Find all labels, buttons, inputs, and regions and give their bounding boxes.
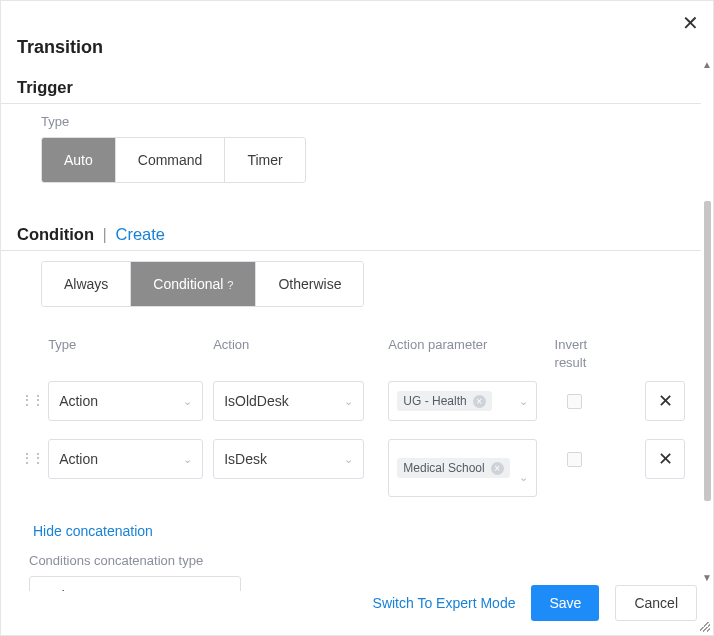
condition-heading: Condition | Create [1,223,701,251]
question-icon[interactable]: ? [227,279,233,291]
row-type-select[interactable]: Action ⌄ [48,381,203,421]
delete-row-button[interactable]: ✕ [645,439,685,479]
switch-expert-mode-link[interactable]: Switch To Expert Mode [373,595,516,611]
trigger-heading: Trigger [1,76,701,104]
row-type-value: Action [59,451,98,467]
scroll-up-arrow[interactable]: ▲ [702,59,712,70]
concatenation-type-select[interactable]: And ⌄ [29,576,241,591]
chevron-down-icon: ⌄ [344,453,353,466]
row-action-value: IsDesk [224,451,267,467]
chevron-down-icon: ⌄ [221,590,230,592]
param-tag: Medical School × [397,458,509,478]
condition-create-link[interactable]: Create [115,225,165,243]
param-tag-label: Medical School [403,461,484,475]
col-invert-label: Invert result [555,337,588,370]
trigger-option-timer[interactable]: Timer [224,138,304,182]
concatenation-type-label: Conditions concatenation type [17,553,685,568]
tag-remove-icon[interactable]: × [473,395,486,408]
invert-checkbox[interactable] [567,394,582,409]
col-param-label: Action parameter [388,337,487,352]
chevron-down-icon: ⌄ [519,395,528,408]
trigger-section: Type Auto Command Timer [1,114,701,197]
row-action-value: IsOldDesk [224,393,289,409]
drag-handle-icon[interactable]: ⋮⋮ [21,439,48,465]
trigger-option-command[interactable]: Command [115,138,225,182]
chevron-down-icon: ⌄ [519,471,528,484]
save-button[interactable]: Save [531,585,599,621]
hide-concatenation-link[interactable]: Hide concatenation [33,523,153,539]
row-param-select[interactable]: Medical School × ⌄ [388,439,536,497]
invert-checkbox[interactable] [567,452,582,467]
condition-row: ⋮⋮ Action ⌄ IsOldDesk ⌄ [21,381,685,421]
row-action-select[interactable]: IsOldDesk ⌄ [213,381,364,421]
concatenation-value: And [40,588,65,591]
row-param-select[interactable]: UG - Health × ⌄ [388,381,536,421]
resize-handle-icon[interactable] [697,619,711,633]
tab-otherwise[interactable]: Otherwise [255,262,363,306]
col-action-label: Action [213,337,249,352]
row-type-value: Action [59,393,98,409]
scroll-down-arrow[interactable]: ▼ [702,572,712,583]
condition-table-head: Type Action Action parameter Invert resu… [21,335,685,381]
chevron-down-icon: ⌄ [344,395,353,408]
drag-handle-icon[interactable]: ⋮⋮ [21,381,48,407]
tag-remove-icon[interactable]: × [491,462,504,475]
chevron-down-icon: ⌄ [183,395,192,408]
row-type-select[interactable]: Action ⌄ [48,439,203,479]
trigger-type-group: Auto Command Timer [41,137,306,183]
tab-conditional[interactable]: Conditional ? [130,262,255,306]
row-action-select[interactable]: IsDesk ⌄ [213,439,364,479]
col-type-label: Type [48,337,76,352]
param-tag: UG - Health × [397,391,491,411]
condition-table: Type Action Action parameter Invert resu… [21,335,685,497]
chevron-down-icon: ⌄ [183,453,192,466]
delete-icon: ✕ [658,390,673,412]
delete-row-button[interactable]: ✕ [645,381,685,421]
dialog-title: Transition [1,1,701,76]
scrollbar-thumb[interactable] [704,201,711,501]
condition-tabs: Always Conditional ? Otherwise [41,261,364,307]
trigger-type-label: Type [41,114,685,129]
tab-conditional-label: Conditional [153,276,223,292]
dialog-footer: Switch To Expert Mode Save Cancel [373,585,697,621]
cancel-button[interactable]: Cancel [615,585,697,621]
transition-dialog: ✕ Transition Trigger Type Auto Command T… [0,0,714,636]
condition-heading-label: Condition [17,225,94,243]
condition-section: Always Conditional ? Otherwise Type Acti… [1,261,701,591]
param-tag-label: UG - Health [403,394,466,408]
delete-icon: ✕ [658,448,673,470]
tab-always[interactable]: Always [42,262,130,306]
condition-row: ⋮⋮ Action ⌄ IsDesk ⌄ [21,439,685,497]
separator: | [99,225,111,243]
trigger-option-auto[interactable]: Auto [42,138,115,182]
